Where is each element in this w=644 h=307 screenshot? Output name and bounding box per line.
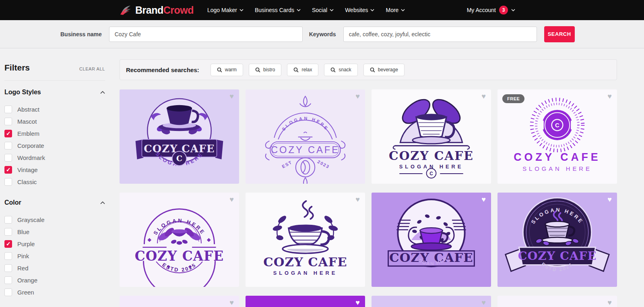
business-name-input[interactable] <box>109 27 303 42</box>
filters-title: Filters <box>4 63 30 73</box>
filter-option-grayscale[interactable]: Grayscale <box>4 214 105 226</box>
logo-card-6[interactable]: COZY CAFE SLOGAN HERE ♥ <box>246 193 365 287</box>
nav-item-social[interactable]: Social <box>306 0 339 20</box>
nav-item-websites[interactable]: Websites <box>339 0 380 20</box>
heart-icon[interactable]: ♥ <box>355 93 360 100</box>
checkbox[interactable] <box>4 228 12 236</box>
checkbox[interactable] <box>4 178 12 186</box>
keywords-label: Keywords <box>309 31 336 37</box>
logo-card-12[interactable]: ♥ <box>497 296 617 307</box>
heart-icon[interactable]: ♥ <box>481 196 486 203</box>
heart-icon[interactable]: ♥ <box>355 299 360 306</box>
logo-card-5[interactable]: SLOGAN HERE COZY CAFE ESTD 2025 <box>120 193 239 287</box>
checkbox-checked[interactable] <box>4 130 12 137</box>
filter-option-vintage[interactable]: Vintage <box>4 164 105 176</box>
filter-option-wordmark[interactable]: Wordmark <box>4 151 105 164</box>
checkbox[interactable] <box>4 142 12 149</box>
logo-card-10[interactable]: ♥ <box>246 296 365 307</box>
chevron-down-icon <box>239 9 244 11</box>
filter-option-classic[interactable]: Classic <box>4 176 105 188</box>
logo-slogan: SLOGAN HERE <box>522 166 592 172</box>
logo-card-8[interactable]: SLOGAN HERE <box>497 193 617 287</box>
recommended-pill-snack[interactable]: snack <box>324 64 357 76</box>
search-icon <box>293 67 299 73</box>
checkbox[interactable] <box>4 252 12 260</box>
heart-icon[interactable]: ♥ <box>229 196 234 203</box>
checkbox[interactable] <box>4 106 12 113</box>
logo-business-name: COZY CAFE <box>135 248 224 264</box>
filter-option-orange[interactable]: Orange <box>4 274 105 286</box>
brand-wordmark: BrandCrowd <box>135 4 194 16</box>
logo-slogan: SLOGAN HERE <box>273 270 338 276</box>
account-count-badge: 3 <box>499 6 508 15</box>
filter-option-purple[interactable]: Purple <box>4 238 105 250</box>
color-section-header[interactable]: Color <box>4 199 105 206</box>
filter-option-blue[interactable]: Blue <box>4 226 105 238</box>
filter-option-abstract[interactable]: Abstract <box>4 103 105 115</box>
recommended-pill-beverage[interactable]: beverage <box>363 64 405 76</box>
heart-icon[interactable]: ♥ <box>607 196 612 203</box>
search-icon <box>330 67 336 73</box>
chevron-up-icon <box>100 91 105 94</box>
logo-business-name: COZY CAFE <box>263 255 347 269</box>
checkbox[interactable] <box>4 264 12 272</box>
filter-option-pink[interactable]: Pink <box>4 250 105 262</box>
checkbox[interactable] <box>4 216 12 224</box>
nav-item-business-cards[interactable]: Business Cards <box>249 0 306 20</box>
nav-item-more[interactable]: More <box>380 0 411 20</box>
checkbox-checked[interactable] <box>4 166 12 174</box>
heart-icon[interactable]: ♥ <box>229 299 234 306</box>
checkbox[interactable] <box>4 118 12 125</box>
brandcrowd-logo[interactable]: BrandCrowd <box>120 4 194 16</box>
filter-option-emblem[interactable]: Emblem <box>4 127 105 139</box>
logo-business-name: COZY CAFE <box>518 249 597 263</box>
brandcrowd-swoosh-icon <box>120 5 132 15</box>
heart-icon[interactable]: ♥ <box>607 299 612 306</box>
recommended-pill-warm[interactable]: warm <box>211 64 243 76</box>
filter-option-red[interactable]: Red <box>4 262 105 274</box>
recommended-searches-bar: Recommended searches: warm bistro relax … <box>120 59 617 80</box>
filter-option-mascot[interactable]: Mascot <box>4 115 105 127</box>
chevron-down-icon <box>370 9 374 11</box>
filter-option-green[interactable]: Green <box>4 286 105 298</box>
top-navigation-bar: BrandCrowd Logo Maker Business Cards Soc… <box>0 0 644 20</box>
logo-card-9[interactable]: ♥ <box>120 296 239 307</box>
recommended-pill-relax[interactable]: relax <box>287 64 318 76</box>
logo-card-4[interactable]: C COZY CAFE SLOGAN HERE FREE ♥ <box>497 89 617 184</box>
divider <box>4 80 105 81</box>
logo-monogram: C <box>429 171 433 176</box>
search-button[interactable]: SEARCH <box>544 26 575 42</box>
logo-card-7[interactable]: COZY CAFE SLOGAN HERE ♥ <box>372 193 491 287</box>
my-account-label: My Account <box>467 7 496 13</box>
heart-icon[interactable]: ♥ <box>607 93 612 100</box>
logo-business-name: COZY CAFE <box>389 149 474 163</box>
recommended-pill-bistro[interactable]: bistro <box>249 64 281 76</box>
heart-icon[interactable]: ♥ <box>481 93 486 100</box>
my-account-menu[interactable]: My Account 3 <box>467 6 515 15</box>
keywords-input[interactable] <box>343 27 537 42</box>
checkbox[interactable] <box>4 288 12 296</box>
chevron-down-icon <box>330 9 334 11</box>
logo-styles-section-header[interactable]: Logo Styles <box>4 89 105 96</box>
logo-monogram: C <box>176 154 182 163</box>
heart-icon[interactable]: ♥ <box>229 93 234 100</box>
checkbox-checked[interactable] <box>4 240 12 248</box>
logo-card-3[interactable]: COZY CAFE SLOGAN HERE C ♥ <box>372 89 491 184</box>
clear-all-button[interactable]: CLEAR ALL <box>79 66 105 71</box>
search-icon <box>370 67 375 73</box>
free-badge: FREE <box>502 94 524 103</box>
logo-est-label: EST <box>281 160 293 169</box>
logo-card-2[interactable]: SLOGAN HERE COZY CAFE EST 2023 ♥ <box>246 89 365 184</box>
logo-results-grid: COZY CAFE SLOGAN HERE C ♥ <box>120 89 617 307</box>
checkbox[interactable] <box>4 154 12 162</box>
heart-icon[interactable]: ♥ <box>355 196 360 203</box>
heart-icon[interactable]: ♥ <box>481 299 486 306</box>
logo-card-11[interactable]: ♥ <box>372 296 491 307</box>
checkbox[interactable] <box>4 276 12 284</box>
chevron-up-icon <box>100 201 105 204</box>
filter-option-corporate[interactable]: Corporate <box>4 139 105 151</box>
logo-card-1[interactable]: COZY CAFE SLOGAN HERE C ♥ <box>120 89 239 184</box>
nav-item-logo-maker[interactable]: Logo Maker <box>202 0 249 20</box>
main-nav: Logo Maker Business Cards Social Website… <box>202 0 411 20</box>
search-strip: Business name Keywords SEARCH <box>0 20 644 48</box>
